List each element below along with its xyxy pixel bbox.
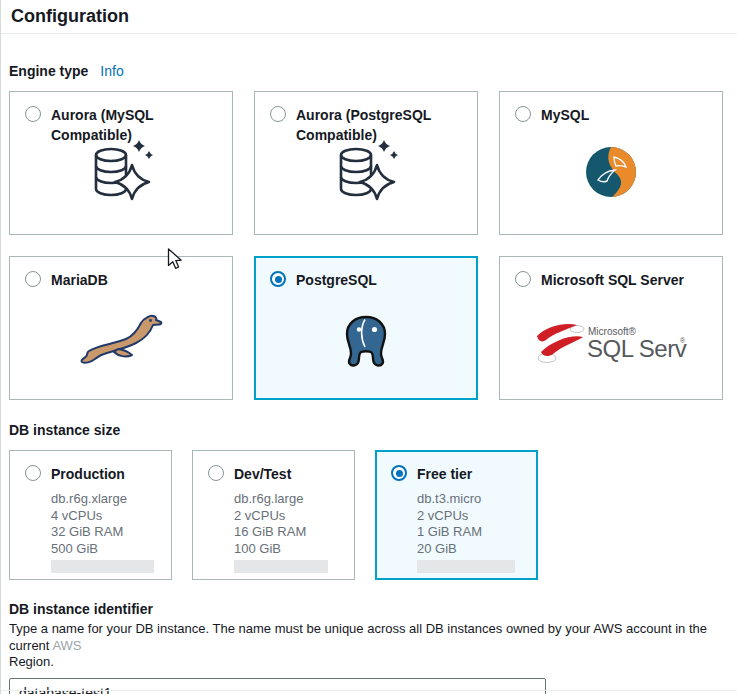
spec-vcpus: 4 vCPUs (51, 508, 163, 525)
redacted-price-bar (234, 560, 328, 573)
radio-button[interactable] (25, 106, 41, 122)
size-tile-dev-test[interactable]: Dev/Test db.r6g.large 2 vCPUs 16 GiB RAM… (192, 450, 355, 580)
engine-tile-sql-server[interactable]: Microsoft SQL Server Microsoft® SQL Serv… (499, 256, 723, 400)
engine-type-label: Engine type (9, 63, 88, 79)
spec-vcpus: 2 vCPUs (234, 508, 346, 525)
db-instance-size-label: DB instance size (9, 422, 120, 438)
engine-tile-title: MySQL (541, 105, 589, 125)
size-specs: db.r6g.large 2 vCPUs 16 GiB RAM 100 GiB (193, 484, 354, 573)
radio-button[interactable] (515, 106, 531, 122)
engine-tile-title: MariaDB (51, 270, 108, 290)
size-tile-title: Free tier (417, 464, 472, 484)
engine-tile-mysql[interactable]: MySQL (499, 91, 723, 235)
description-tail: AWS (52, 638, 81, 653)
size-specs: db.r6g.xlarge 4 vCPUs 32 GiB RAM 500 GiB (10, 484, 171, 573)
spec-storage: 20 GiB (417, 541, 529, 558)
spec-instance-class: db.r6g.large (234, 491, 346, 508)
size-tile-production[interactable]: Production db.r6g.xlarge 4 vCPUs 32 GiB … (9, 450, 172, 580)
radio-button[interactable] (208, 465, 224, 481)
redacted-price-bar (51, 560, 154, 573)
panel-header: Configuration (1, 0, 737, 34)
spec-instance-class: db.r6g.xlarge (51, 491, 163, 508)
db-instance-identifier-description: Type a name for your DB instance. The na… (9, 621, 722, 671)
aurora-database-sparkle-icon (255, 139, 477, 205)
mariadb-sealion-icon (10, 311, 232, 369)
spec-ram: 16 GiB RAM (234, 524, 346, 541)
engine-tile-aurora-postgresql[interactable]: Aurora (PostgreSQL Compatible) (254, 91, 478, 235)
size-tile-free-tier[interactable]: Free tier db.t3.micro 2 vCPUs 1 GiB RAM … (375, 450, 538, 580)
spec-instance-class: db.t3.micro (417, 491, 529, 508)
db-instance-identifier-label: DB instance identifier (9, 601, 722, 617)
radio-button-checked[interactable] (270, 271, 286, 287)
spec-ram: 32 GiB RAM (51, 524, 163, 541)
aurora-database-sparkle-icon (10, 139, 232, 205)
db-instance-identifier-input[interactable] (9, 678, 546, 694)
spec-ram: 1 GiB RAM (417, 524, 529, 541)
page-title: Configuration (11, 7, 721, 25)
engine-tile-title: Microsoft SQL Server (541, 270, 684, 290)
configuration-panel: Configuration Engine type Info Aurora (M… (0, 0, 737, 694)
engine-type-info-link[interactable]: Info (100, 63, 123, 79)
microsoft-sql-server-logo: Microsoft® SQL Server ® (500, 321, 722, 365)
spec-storage: 100 GiB (234, 541, 346, 558)
radio-button[interactable] (25, 465, 41, 481)
spec-storage: 500 GiB (51, 541, 163, 558)
size-tile-title: Dev/Test (234, 464, 291, 484)
radio-button[interactable] (515, 271, 531, 287)
section-divider (1, 690, 737, 691)
radio-button[interactable] (25, 271, 41, 287)
engine-tile-title: PostgreSQL (296, 270, 377, 290)
radio-button-checked[interactable] (391, 465, 407, 481)
mysql-dolphin-icon (500, 146, 722, 198)
redacted-price-bar (417, 560, 515, 573)
size-tile-title: Production (51, 464, 125, 484)
sqlserver-product-text: SQL Server (587, 335, 687, 362)
radio-button[interactable] (270, 106, 286, 122)
postgresql-elephant-icon (255, 314, 477, 368)
engine-type-grid: Aurora (MySQL Compatible) (9, 91, 722, 400)
sqlserver-reg-mark: ® (680, 337, 686, 344)
engine-tile-aurora-mysql[interactable]: Aurora (MySQL Compatible) (9, 91, 233, 235)
db-instance-size-grid: Production db.r6g.xlarge 4 vCPUs 32 GiB … (9, 450, 722, 580)
engine-tile-mariadb[interactable]: MariaDB (9, 256, 233, 400)
size-specs: db.t3.micro 2 vCPUs 1 GiB RAM 20 GiB (376, 484, 537, 573)
engine-tile-postgresql[interactable]: PostgreSQL (254, 256, 478, 400)
spec-vcpus: 2 vCPUs (417, 508, 529, 525)
